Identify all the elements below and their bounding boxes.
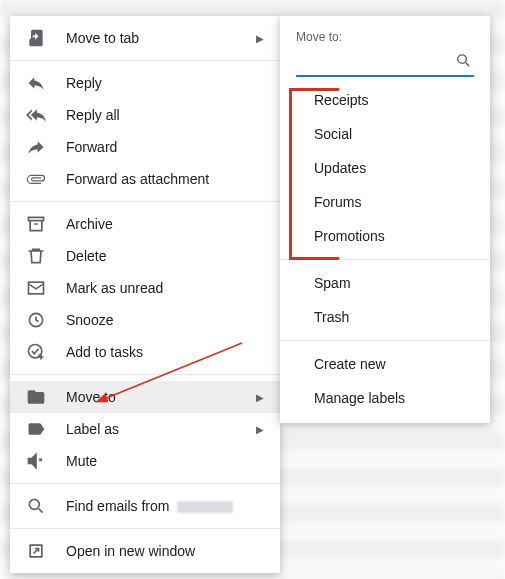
- menu-item-snooze[interactable]: Snooze: [10, 304, 280, 336]
- menu-label: Find emails from: [66, 498, 264, 514]
- menu-label: Reply all: [66, 107, 264, 123]
- find-emails-text: Find emails from: [66, 498, 173, 514]
- label-option-promotions[interactable]: Promotions: [280, 219, 490, 253]
- label-text: Forums: [314, 194, 361, 210]
- menu-item-label-as[interactable]: Label as ▶: [10, 413, 280, 445]
- search-icon: [455, 52, 472, 73]
- menu-item-move-to-tab[interactable]: Move to tab ▶: [10, 22, 280, 54]
- menu-label: Add to tasks: [66, 344, 264, 360]
- menu-label: Archive: [66, 216, 264, 232]
- redacted-sender: [177, 501, 233, 513]
- label-text: Promotions: [314, 228, 385, 244]
- move-to-submenu: Move to: Receipts Social Updates Forums …: [280, 16, 490, 423]
- open-in-new-icon: [26, 541, 46, 561]
- snooze-icon: [26, 310, 46, 330]
- menu-label: Open in new window: [66, 543, 264, 559]
- menu-item-mute[interactable]: Mute: [10, 445, 280, 477]
- menu-item-forward-attachment[interactable]: Forward as attachment: [10, 163, 280, 195]
- reply-all-icon: [26, 105, 46, 125]
- menu-item-move-to[interactable]: Move to ▶: [10, 381, 280, 413]
- menu-label: Forward: [66, 139, 264, 155]
- label-option-forums[interactable]: Forums: [280, 185, 490, 219]
- label-text: Trash: [314, 309, 349, 325]
- label-text: Updates: [314, 160, 366, 176]
- context-menu: Move to tab ▶ Reply Reply all Forward Fo…: [10, 16, 280, 573]
- label-text: Spam: [314, 275, 351, 291]
- chevron-right-icon: ▶: [256, 424, 264, 435]
- add-to-tasks-icon: [26, 342, 46, 362]
- label-text: Create new: [314, 356, 386, 372]
- reply-icon: [26, 73, 46, 93]
- svg-point-4: [458, 55, 467, 64]
- label-search-input[interactable]: [296, 52, 474, 77]
- delete-icon: [26, 246, 46, 266]
- label-text: Receipts: [314, 92, 368, 108]
- label-text: Social: [314, 126, 352, 142]
- menu-divider: [10, 528, 280, 529]
- mute-icon: [26, 451, 46, 471]
- label-icon: [26, 419, 46, 439]
- menu-item-forward[interactable]: Forward: [10, 131, 280, 163]
- search-wrap: [280, 52, 490, 83]
- menu-item-find-emails-from[interactable]: Find emails from: [10, 490, 280, 522]
- chevron-right-icon: ▶: [256, 392, 264, 403]
- menu-item-open-new-window[interactable]: Open in new window: [10, 535, 280, 567]
- action-create-new-label[interactable]: Create new: [280, 347, 490, 381]
- menu-label: Mute: [66, 453, 264, 469]
- menu-label: Snooze: [66, 312, 264, 328]
- menu-label: Reply: [66, 75, 264, 91]
- archive-icon: [26, 214, 46, 234]
- menu-item-archive[interactable]: Archive: [10, 208, 280, 240]
- menu-item-add-to-tasks[interactable]: Add to tasks: [10, 336, 280, 368]
- move-to-folder-icon: [26, 387, 46, 407]
- label-option-spam[interactable]: Spam: [280, 266, 490, 300]
- chevron-right-icon: ▶: [256, 33, 264, 44]
- menu-item-delete[interactable]: Delete: [10, 240, 280, 272]
- menu-label: Label as: [66, 421, 256, 437]
- submenu-divider: [280, 259, 490, 260]
- menu-label: Forward as attachment: [66, 171, 264, 187]
- menu-divider: [10, 60, 280, 61]
- label-option-social[interactable]: Social: [280, 117, 490, 151]
- submenu-divider: [280, 340, 490, 341]
- menu-divider: [10, 483, 280, 484]
- menu-divider: [10, 374, 280, 375]
- menu-divider: [10, 201, 280, 202]
- label-option-trash[interactable]: Trash: [280, 300, 490, 334]
- menu-label: Move to: [66, 389, 256, 405]
- menu-label: Delete: [66, 248, 264, 264]
- attachment-icon: [26, 169, 46, 189]
- label-option-updates[interactable]: Updates: [280, 151, 490, 185]
- action-manage-labels[interactable]: Manage labels: [280, 381, 490, 415]
- search-icon: [26, 496, 46, 516]
- menu-item-reply-all[interactable]: Reply all: [10, 99, 280, 131]
- menu-label: Move to tab: [66, 30, 256, 46]
- label-text: Manage labels: [314, 390, 405, 406]
- menu-item-reply[interactable]: Reply: [10, 67, 280, 99]
- label-option-receipts[interactable]: Receipts: [280, 83, 490, 117]
- svg-point-3: [29, 499, 39, 509]
- submenu-header: Move to:: [280, 30, 490, 52]
- menu-label: Mark as unread: [66, 280, 264, 296]
- forward-icon: [26, 137, 46, 157]
- move-to-tab-icon: [26, 28, 46, 48]
- mark-unread-icon: [26, 278, 46, 298]
- menu-item-mark-unread[interactable]: Mark as unread: [10, 272, 280, 304]
